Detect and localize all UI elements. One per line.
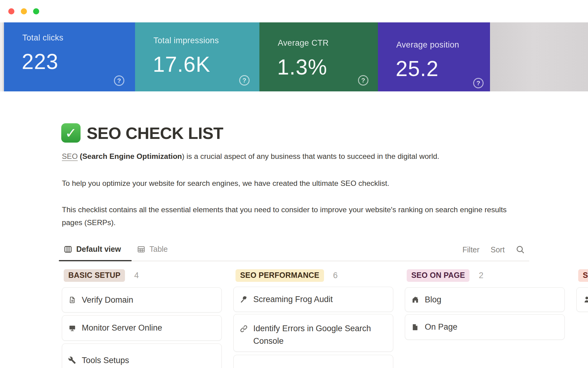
stat-card-average-position: Average position 25.2 ? (378, 22, 490, 91)
tab-default-view[interactable]: Default view (64, 245, 121, 254)
help-icon: ? (239, 75, 250, 86)
column-badge: SEO ON PAGE (407, 269, 469, 282)
table-view-icon (137, 245, 145, 254)
column-badge: SEO PERFORMANCE (236, 269, 324, 282)
hammer-icon (240, 295, 248, 303)
card-screaming-frog-audit[interactable]: Screaming Frog Audit (233, 287, 393, 312)
card-clipped[interactable] (576, 287, 588, 312)
stat-value: 1.3% (277, 55, 327, 79)
stat-label: Total impressions (153, 36, 219, 45)
check-icon: ✓ (65, 125, 77, 141)
help-icon: ? (358, 75, 368, 86)
search-button[interactable] (515, 244, 526, 256)
card-title: Monitor Server Online (82, 322, 162, 334)
page-emoji-check-mark[interactable]: ✓ (61, 123, 81, 143)
column-count: 6 (333, 271, 338, 280)
card-title: On Page (425, 321, 458, 333)
card-title: Verify Domain (82, 294, 133, 306)
paragraph-3: This checklist contains all the essentia… (62, 203, 515, 229)
filter-button[interactable]: Filter (462, 245, 480, 254)
card-tools-setups[interactable]: Tools Setups (62, 343, 222, 368)
card-title: Identify Errors in Google Search Console (253, 322, 386, 347)
column-header-seo-on-page[interactable]: SEO ON PAGE 2 (407, 269, 483, 282)
monitor-icon (68, 324, 76, 332)
stat-label: Total clicks (22, 33, 63, 43)
link-icon (240, 325, 248, 333)
card-monitor-server-online[interactable]: Monitor Server Online (62, 315, 222, 341)
page-icon (411, 323, 419, 331)
column-count: 4 (134, 271, 139, 280)
window-titlebar (0, 0, 588, 22)
stat-card-total-clicks: Total clicks 223 ? (4, 22, 135, 91)
tab-label: Default view (76, 245, 121, 254)
column-badge: BASIC SETUP (64, 269, 125, 282)
page-cover-image[interactable]: Total clicks 223 ? Total impressions 17.… (0, 22, 588, 91)
cover-background (490, 22, 588, 91)
sort-button[interactable]: Sort (491, 245, 505, 254)
stat-value: 25.2 (396, 56, 439, 81)
tab-label: Table (149, 245, 168, 254)
active-tab-underline (59, 260, 132, 261)
column-badge: S (578, 269, 588, 282)
intro-bold-text: (Search Engine Optimization (78, 152, 182, 160)
column-count: 2 (479, 271, 483, 280)
minimize-window-button[interactable] (21, 8, 27, 14)
stat-card-average-ctr: Average CTR 1.3% ? (259, 22, 378, 91)
column-header-clipped[interactable]: S (578, 269, 588, 282)
card-on-page[interactable]: On Page (405, 314, 565, 340)
cover-left-edge (0, 22, 4, 91)
tab-table-view[interactable]: Table (137, 245, 168, 254)
stat-value: 223 (22, 49, 58, 74)
page-title[interactable]: SEO CHECK LIST (87, 124, 223, 143)
zoom-window-button[interactable] (33, 8, 39, 14)
intro-paragraph: SEO (Search Engine Optimization) is a cr… (62, 150, 515, 163)
wrench-icon (68, 356, 76, 364)
document-icon (68, 296, 76, 304)
column-header-basic-setup[interactable]: BASIC SETUP 4 (64, 269, 139, 282)
notion-window: Total clicks 223 ? Total impressions 17.… (0, 0, 588, 368)
paragraph-2: To help you optimize your website for se… (62, 177, 515, 190)
stat-card-total-impressions: Total impressions 17.6K ? (135, 22, 259, 91)
card-partial[interactable] (233, 355, 393, 368)
close-window-button[interactable] (8, 8, 14, 14)
seo-link[interactable]: SEO (62, 152, 78, 160)
card-title: Screaming Frog Audit (253, 293, 333, 306)
intro-rest-text: ) is a crucial aspect of any business th… (182, 152, 439, 160)
card-title: Blog (425, 293, 441, 306)
stat-label: Average CTR (278, 38, 329, 48)
column-header-seo-performance[interactable]: SEO PERFORMANCE 6 (236, 269, 338, 282)
card-verify-domain[interactable]: Verify Domain (62, 287, 222, 312)
card-identify-errors-gsc[interactable]: Identify Errors in Google Search Console (233, 314, 393, 352)
card-blog[interactable]: Blog (405, 287, 565, 312)
search-icon (515, 244, 526, 255)
board-view-icon (64, 245, 72, 254)
home-icon (411, 296, 419, 304)
card-title: Tools Setups (82, 354, 129, 367)
person-icon (583, 296, 588, 304)
stat-label: Average position (396, 40, 459, 50)
help-icon: ? (473, 78, 484, 88)
help-icon: ? (114, 75, 124, 86)
stat-value: 17.6K (153, 52, 210, 77)
